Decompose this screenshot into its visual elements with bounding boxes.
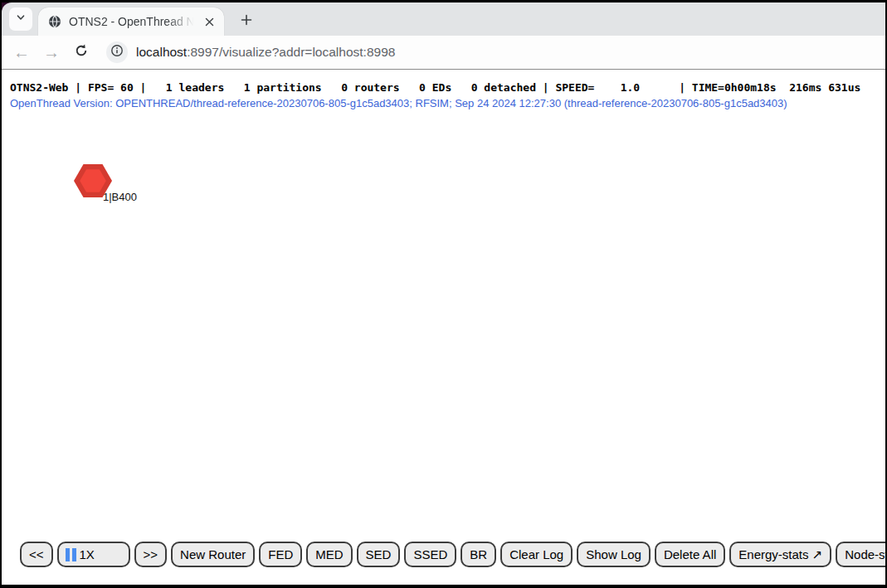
new-ssed-button[interactable]: SSED [404, 542, 456, 567]
globe-favicon-icon [48, 15, 61, 28]
energy-stats-button[interactable]: Energy-stats ↗ [729, 542, 831, 567]
pause-icon [66, 548, 76, 561]
action-toolbar: << 1X >> New Router FED MED SED SSED [20, 542, 887, 567]
speed-down-button[interactable]: << [20, 542, 53, 567]
tab-title: OTNS2 - OpenThread Ne [69, 15, 195, 28]
url-host: localhost [136, 45, 187, 60]
address-bar: ← → localhost:8997/visualize?addr=lo [2, 36, 885, 70]
browser-tab[interactable]: OTNS2 - OpenThread Ne [38, 7, 224, 36]
chevron-down-icon [15, 12, 27, 27]
reload-icon [74, 43, 89, 61]
openthread-version-link[interactable]: OpenThread Version: OPENTHREAD/thread-re… [10, 97, 885, 109]
tab-close-icon[interactable] [201, 13, 217, 30]
info-icon [110, 44, 124, 61]
node-stats-button[interactable]: Node-stats ↗ [836, 542, 887, 567]
new-tab-button[interactable] [235, 8, 258, 32]
otns-visualizer-page: OTNS2-Web | FPS= 60 | 1 leaders 1 partit… [2, 70, 885, 585]
url-text[interactable]: localhost:8997/visualize?addr=localhost:… [136, 36, 395, 69]
tab-search-button[interactable] [9, 7, 32, 31]
pause-speed-button[interactable]: 1X [57, 542, 130, 567]
forward-button[interactable]: → [40, 41, 63, 64]
node-label: 1|B400 [103, 191, 137, 203]
site-info-button[interactable] [106, 41, 128, 63]
url-path: :8997/visualize?addr=localhost:8998 [187, 45, 395, 60]
browser-window: OTNS2 - OpenThread Ne ← → [0, 0, 887, 588]
show-log-button[interactable]: Show Log [577, 542, 651, 567]
new-br-button[interactable]: BR [461, 542, 496, 567]
new-med-button[interactable]: MED [306, 542, 352, 567]
new-router-button[interactable]: New Router [171, 542, 255, 567]
tab-strip: OTNS2 - OpenThread Ne [2, 2, 885, 36]
delete-all-button[interactable]: Delete All [655, 542, 725, 567]
new-fed-button[interactable]: FED [259, 542, 302, 567]
new-sed-button[interactable]: SED [357, 542, 401, 567]
speed-value: 1X [80, 547, 95, 561]
forward-arrow-icon: → [43, 44, 60, 61]
back-button[interactable]: ← [10, 41, 33, 64]
speed-up-button[interactable]: >> [134, 542, 168, 567]
simulation-status-line: OTNS2-Web | FPS= 60 | 1 leaders 1 partit… [10, 81, 885, 94]
back-arrow-icon: ← [13, 44, 30, 61]
clear-log-button[interactable]: Clear Log [500, 542, 573, 567]
reload-button[interactable] [70, 41, 93, 64]
